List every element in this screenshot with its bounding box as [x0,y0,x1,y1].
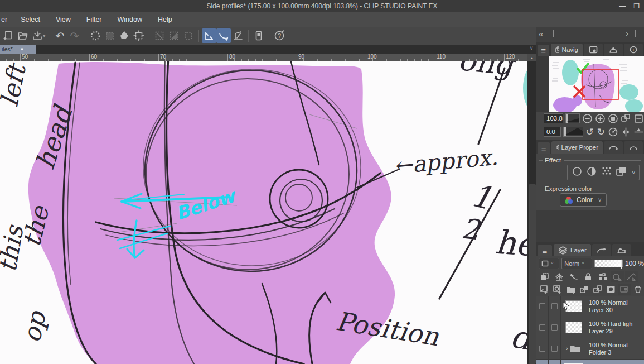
folder3-select-toggle[interactable] [549,338,561,360]
rotation-value-field[interactable]: 0.0 [544,127,561,137]
eraser-tool-button[interactable] [117,28,132,43]
tab-tool-property[interactable] [624,141,643,154]
menu-item-filter[interactable]: Filter [79,12,110,27]
zoom-in-button[interactable] [595,112,606,124]
effect-layer-color-button[interactable] [616,166,628,179]
merge-with-lower-layer-button[interactable] [592,284,604,295]
layer29-thumbnail[interactable] [565,322,582,333]
tab-layer[interactable]: Layer [554,244,591,256]
draft-layer-button[interactable] [567,271,580,282]
rotate-ccw-button[interactable]: ↺ [585,126,594,138]
menu-item-help[interactable]: Help [150,12,180,27]
layer-row-layer29[interactable]: 100 % Hard ligh Layer 29 [536,317,644,338]
tab-information[interactable]: i [624,44,643,56]
new-raster-layer-button[interactable] [538,284,550,295]
effect-border-button[interactable] [586,166,597,179]
selected-layer-pen-indicator[interactable] [549,360,561,364]
deselect-button[interactable] [103,28,117,43]
dock-drag-grip-2[interactable] [635,30,638,37]
layer-row-layer30[interactable]: 100 % Normal Layer 30 [536,296,644,317]
onion-skin-button[interactable] [625,271,638,282]
canvas-size-button[interactable] [132,28,146,43]
effect-none-button[interactable] [572,166,583,179]
tab-scene[interactable] [612,244,631,256]
effect-more-chevron[interactable]: ˅ [632,169,635,176]
help-button[interactable]: ? [272,28,287,43]
open-file-button[interactable] [16,28,30,43]
tab-navigator[interactable]: Navig [551,44,583,56]
layer-row-folder3[interactable]: › 100 % Normal Folder 3 [536,338,644,360]
layer-row-selected[interactable]: 100 % Normal [536,360,644,364]
dock-drag-grip[interactable] [551,30,556,37]
tab-layer-search[interactable] [592,244,611,256]
clip-to-layer-below-button[interactable] [538,271,551,282]
navigator-preview[interactable] [536,56,644,112]
reset-rotation-button[interactable] [608,126,618,138]
rotate-cw-button[interactable]: ↻ [597,126,606,138]
fit-to-screen-button[interactable] [621,112,631,124]
layer-opacity-slider[interactable] [594,260,623,267]
transfer-to-lower-layer-button[interactable] [578,284,590,295]
save-options-chevron[interactable]: ▾ [43,33,46,39]
layer30-select-toggle[interactable] [549,296,561,317]
enable-keyframes-button[interactable] [611,271,624,282]
zoom-value-field[interactable]: 103.8 [544,113,563,123]
blend-mode-dropdown[interactable]: Norm ˅ [561,258,592,269]
canvas-scroll-up-button[interactable]: ▲ [527,54,536,61]
palette-color-dropdown[interactable]: ˅ [539,258,559,269]
zoom-out-button[interactable] [582,112,593,124]
layer-property-menu-button[interactable]: ≡ [538,142,550,154]
delete-layer-button[interactable] [632,284,644,295]
clear-refresh-button[interactable] [88,28,103,43]
flip-vertical-button[interactable] [633,126,644,138]
canvas-vertical-scrollbar[interactable] [527,61,536,364]
fit-to-width-button[interactable] [633,112,644,124]
layer30-visibility-toggle[interactable] [536,296,549,317]
zoom-slider[interactable] [565,113,580,123]
new-file-button[interactable] [1,28,16,43]
selection-line-button[interactable] [152,28,167,43]
reference-layer-button[interactable] [553,271,566,282]
folder3-visibility-toggle[interactable] [536,338,549,360]
rotation-slider[interactable] [563,127,583,137]
menu-item-layer[interactable]: er [0,12,13,27]
canvas-vertical-scrollbar-thumb[interactable] [529,184,536,364]
folder-expand-chevron[interactable]: › [566,346,568,352]
effect-tone-button[interactable] [601,166,612,179]
snap-to-grid-button[interactable] [231,28,245,43]
flip-horizontal-button[interactable] [621,126,631,138]
minimize-button[interactable]: — [619,2,626,10]
layer-panel-menu-button[interactable]: ≡ [538,245,552,256]
companion-mode-button[interactable] [251,28,266,43]
redo-button[interactable]: ↷ [67,28,82,43]
tab-item-bank[interactable] [604,44,623,56]
layer29-select-toggle[interactable] [549,317,561,338]
canvas-viewport[interactable]: left head the this op ong ←approx. 1 2 h… [0,61,527,364]
lock-layer-button[interactable] [582,271,595,282]
document-tab[interactable]: iles* ● [0,45,36,54]
tab-list-chevron[interactable]: ˅ [530,45,533,51]
expression-color-dropdown[interactable]: Color ˅ [560,193,607,207]
selected-layer-visibility-toggle[interactable] [536,360,549,364]
tab-sub-view[interactable] [584,44,603,56]
selection-polygon-button[interactable] [167,28,181,43]
create-layer-mask-button[interactable] [605,284,617,295]
apply-mask-button[interactable] [618,284,631,295]
navigator-menu-button[interactable]: ≡ [538,45,549,56]
expand-dock-button[interactable]: › [626,29,628,38]
menu-item-view[interactable]: View [48,12,79,27]
tab-animation[interactable] [604,141,623,154]
zoom-100-button[interactable] [608,112,618,124]
tab-layer-property[interactable]: Layer Proper [551,141,603,154]
lock-transparent-pixels-button[interactable] [596,271,609,282]
selection-rect-button[interactable] [181,28,196,43]
snap-to-ruler-button[interactable] [202,28,216,43]
snap-to-special-ruler-button[interactable] [216,28,231,43]
undo-button[interactable]: ↶ [53,28,67,43]
new-folder-button[interactable] [565,284,577,295]
menu-item-select[interactable]: Select [13,12,48,27]
collapse-dock-button[interactable]: « [539,29,542,39]
layer29-visibility-toggle[interactable] [536,317,549,338]
new-vector-layer-button[interactable] [551,284,564,295]
menu-item-window[interactable]: Window [110,12,150,27]
